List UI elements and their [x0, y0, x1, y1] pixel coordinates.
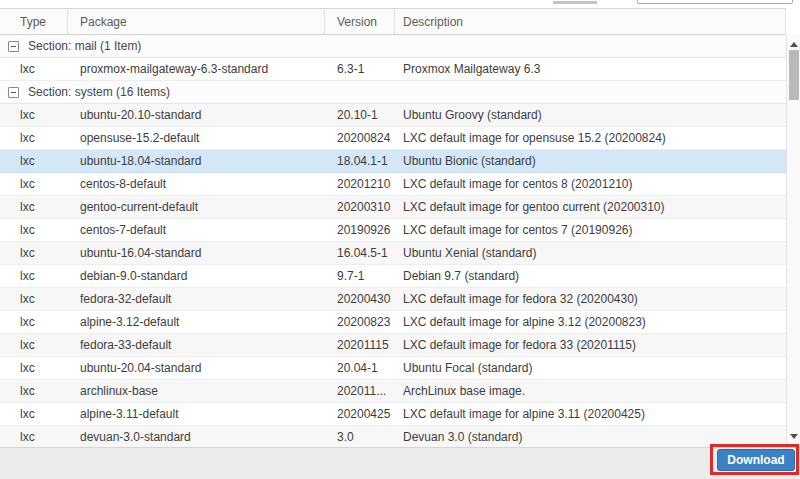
- cell-type: lxc: [0, 223, 68, 237]
- table-row[interactable]: lxc fedora-32-default 20200430 LXC defau…: [0, 288, 786, 311]
- table-header: Type Package Version Description: [0, 8, 786, 35]
- cell-version: 20.10-1: [325, 108, 395, 122]
- group-label: Section: mail (1 Item): [28, 39, 141, 53]
- cell-package: alpine-3.12-default: [68, 315, 325, 329]
- cell-type: lxc: [0, 246, 68, 260]
- cell-package: alpine-3.11-default: [68, 407, 325, 421]
- cell-description: Ubuntu Xenial (standard): [395, 246, 786, 260]
- cell-description: LXC default image for centos 7 (20190926…: [395, 223, 786, 237]
- cell-description: Devuan 3.0 (standard): [395, 430, 786, 444]
- cell-version: 20200430: [325, 292, 395, 306]
- template-download-dialog: Type Package Version Description Section…: [0, 0, 800, 479]
- table-row[interactable]: lxc alpine-3.12-default 20200823 LXC def…: [0, 311, 786, 334]
- table-row[interactable]: lxc devuan-3.0-standard 3.0 Devuan 3.0 (…: [0, 426, 786, 447]
- cell-package: ubuntu-18.04-standard: [68, 154, 325, 168]
- cell-package: ubuntu-16.04-standard: [68, 246, 325, 260]
- table-row[interactable]: lxc opensuse-15.2-default 20200824 LXC d…: [0, 127, 786, 150]
- cell-version: 20201210: [325, 177, 395, 191]
- table-row[interactable]: lxc fedora-33-default 20201115 LXC defau…: [0, 334, 786, 357]
- cell-type: lxc: [0, 315, 68, 329]
- cell-package: debian-9.0-standard: [68, 269, 325, 283]
- cell-version: 20190926: [325, 223, 395, 237]
- cell-package: ubuntu-20.04-standard: [68, 361, 325, 375]
- cell-version: 3.0: [325, 430, 395, 444]
- cell-description: Ubuntu Focal (standard): [395, 361, 786, 375]
- scrollbar-thumb[interactable]: [789, 50, 799, 100]
- cell-description: LXC default image for fedora 32 (2020043…: [395, 292, 786, 306]
- table-row[interactable]: lxc ubuntu-16.04-standard 16.04.5-1 Ubun…: [0, 242, 786, 265]
- cell-package: centos-7-default: [68, 223, 325, 237]
- collapse-minus-icon[interactable]: [8, 41, 19, 52]
- cell-package: proxmox-mailgateway-6.3-standard: [68, 62, 325, 76]
- cell-package: archlinux-base: [68, 384, 325, 398]
- scroll-down-button[interactable]: [787, 429, 800, 443]
- cell-description: Debian 9.7 (standard): [395, 269, 786, 283]
- cell-package: fedora-32-default: [68, 292, 325, 306]
- group-label: Section: system (16 Items): [28, 85, 170, 99]
- cell-type: lxc: [0, 361, 68, 375]
- table-row[interactable]: lxc centos-8-default 20201210 LXC defaul…: [0, 173, 786, 196]
- footer-toolbar: [0, 447, 800, 479]
- cell-type: lxc: [0, 62, 68, 76]
- cell-version: 20201115: [325, 338, 395, 352]
- table-row[interactable]: lxc ubuntu-20.10-standard 20.10-1 Ubuntu…: [0, 104, 786, 127]
- cell-version: 16.04.5-1: [325, 246, 395, 260]
- cell-description: LXC default image for fedora 33 (2020111…: [395, 338, 786, 352]
- column-header-description[interactable]: Description: [395, 9, 785, 34]
- table-row[interactable]: lxc ubuntu-20.04-standard 20.04-1 Ubuntu…: [0, 357, 786, 380]
- collapse-minus-icon[interactable]: [8, 87, 19, 98]
- cell-package: fedora-33-default: [68, 338, 325, 352]
- table-row[interactable]: lxc ubuntu-18.04-standard 18.04.1-1 Ubun…: [0, 150, 786, 173]
- table-row[interactable]: lxc archlinux-base 202011... ArchLinux b…: [0, 380, 786, 403]
- table-row[interactable]: lxc gentoo-current-default 20200310 LXC …: [0, 196, 786, 219]
- cell-version: 20200310: [325, 200, 395, 214]
- cell-package: gentoo-current-default: [68, 200, 325, 214]
- search-input[interactable]: [637, 0, 793, 4]
- cell-package: devuan-3.0-standard: [68, 430, 325, 444]
- cell-description: ArchLinux base image.: [395, 384, 786, 398]
- cell-description: LXC default image for alpine 3.11 (20200…: [395, 407, 786, 421]
- cell-description: Proxmox Mailgateway 6.3: [395, 62, 786, 76]
- cell-package: ubuntu-20.10-standard: [68, 108, 325, 122]
- table-row[interactable]: lxc centos-7-default 20190926 LXC defaul…: [0, 219, 786, 242]
- cell-version: 202011...: [325, 384, 395, 398]
- toolbar-fragment: [553, 1, 597, 4]
- cell-type: lxc: [0, 131, 68, 145]
- column-header-type[interactable]: Type: [0, 9, 68, 34]
- cell-version: 18.04.1-1: [325, 154, 395, 168]
- group-header[interactable]: Section: mail (1 Item): [0, 35, 786, 58]
- cell-type: lxc: [0, 200, 68, 214]
- cell-description: LXC default image for alpine 3.12 (20200…: [395, 315, 786, 329]
- table-row[interactable]: lxc alpine-3.11-default 20200425 LXC def…: [0, 403, 786, 426]
- down-arrow-icon: [790, 434, 798, 439]
- vertical-scrollbar[interactable]: [786, 35, 800, 447]
- cell-version: 20.04-1: [325, 361, 395, 375]
- cell-description: LXC default image for opensuse 15.2 (202…: [395, 131, 786, 145]
- cell-type: lxc: [0, 292, 68, 306]
- cell-version: 6.3-1: [325, 62, 395, 76]
- cell-version: 9.7-1: [325, 269, 395, 283]
- cell-type: lxc: [0, 338, 68, 352]
- cell-version: 20200824: [325, 131, 395, 145]
- cell-type: lxc: [0, 269, 68, 283]
- column-header-package[interactable]: Package: [68, 9, 325, 34]
- cell-type: lxc: [0, 177, 68, 191]
- cell-package: opensuse-15.2-default: [68, 131, 325, 145]
- table-row[interactable]: lxc proxmox-mailgateway-6.3-standard 6.3…: [0, 58, 786, 81]
- cell-type: lxc: [0, 154, 68, 168]
- group-header[interactable]: Section: system (16 Items): [0, 81, 786, 104]
- cell-version: 20200425: [325, 407, 395, 421]
- cell-description: LXC default image for centos 8 (20201210…: [395, 177, 786, 191]
- cell-type: lxc: [0, 430, 68, 444]
- cell-description: Ubuntu Bionic (standard): [395, 154, 786, 168]
- up-arrow-icon: [790, 42, 798, 47]
- cell-type: lxc: [0, 108, 68, 122]
- column-header-version[interactable]: Version: [325, 9, 395, 34]
- annotation-highlight-box: [710, 444, 799, 475]
- cell-description: LXC default image for gentoo current (20…: [395, 200, 786, 214]
- cell-type: lxc: [0, 407, 68, 421]
- cell-version: 20200823: [325, 315, 395, 329]
- scroll-up-button[interactable]: [787, 37, 800, 51]
- cell-package: centos-8-default: [68, 177, 325, 191]
- table-row[interactable]: lxc debian-9.0-standard 9.7-1 Debian 9.7…: [0, 265, 786, 288]
